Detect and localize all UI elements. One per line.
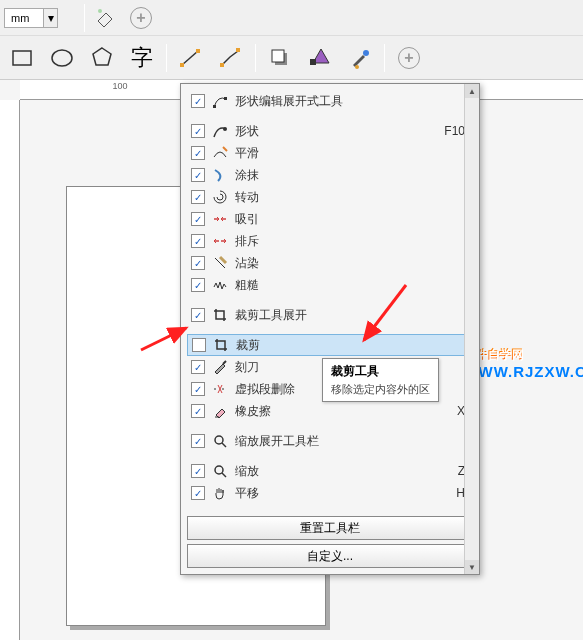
vseg-icon bbox=[211, 380, 229, 398]
watermark: 软件自学网 WWW.RJZXW.COM bbox=[463, 346, 583, 380]
checkbox[interactable]: ✓ bbox=[191, 94, 205, 108]
ellipse-tool-icon[interactable] bbox=[46, 42, 78, 74]
menu-item-crop-group[interactable]: ✓裁剪工具展开 bbox=[187, 304, 473, 326]
eyedropper-tool-icon[interactable] bbox=[344, 42, 376, 74]
rectangle-tool-icon[interactable] bbox=[6, 42, 38, 74]
checkbox[interactable]: ✓ bbox=[191, 124, 205, 138]
attract-icon bbox=[211, 210, 229, 228]
shape-edit-icon bbox=[211, 92, 229, 110]
roughen-icon bbox=[211, 276, 229, 294]
ruler-vertical bbox=[0, 100, 20, 640]
menu-item-twirl[interactable]: ✓转动 bbox=[187, 186, 473, 208]
menu-item-label: 涂抹 bbox=[235, 167, 469, 184]
menu-item-repel[interactable]: ✓排斥 bbox=[187, 230, 473, 252]
tooltip: 裁剪工具 移除选定内容外的区 bbox=[322, 358, 439, 402]
polygon-tool-icon[interactable] bbox=[86, 42, 118, 74]
add-tool-icon[interactable]: + bbox=[125, 2, 157, 34]
stain-icon bbox=[211, 254, 229, 272]
menu-separator bbox=[187, 326, 473, 334]
checkbox[interactable]: ✓ bbox=[191, 382, 205, 396]
svg-marker-3 bbox=[93, 48, 111, 65]
menu-item-crop[interactable]: 裁剪 bbox=[187, 334, 473, 356]
menu-item-zoom[interactable]: ✓缩放Z bbox=[187, 460, 473, 482]
smooth-icon bbox=[211, 144, 229, 162]
menu-item-label: 转动 bbox=[235, 189, 469, 206]
menu-item-label: 粗糙 bbox=[235, 277, 469, 294]
checkbox[interactable]: ✓ bbox=[191, 190, 205, 204]
menu-item-attract[interactable]: ✓吸引 bbox=[187, 208, 473, 230]
menu-item-label: 平移 bbox=[235, 485, 450, 502]
menu-item-eraser[interactable]: ✓橡皮擦X bbox=[187, 400, 473, 422]
scroll-thumb[interactable] bbox=[467, 104, 477, 154]
menu-item-shape-edit[interactable]: ✓形状编辑展开式工具 bbox=[187, 90, 473, 112]
svg-point-0 bbox=[98, 9, 102, 13]
menu-separator bbox=[187, 112, 473, 120]
checkbox[interactable]: ✓ bbox=[191, 404, 205, 418]
checkbox[interactable]: ✓ bbox=[191, 168, 205, 182]
svg-rect-15 bbox=[224, 97, 227, 100]
transparency-tool-icon[interactable] bbox=[304, 42, 336, 74]
svg-line-20 bbox=[364, 285, 406, 340]
svg-rect-11 bbox=[310, 59, 316, 65]
knife-icon bbox=[211, 358, 229, 376]
checkbox[interactable]: ✓ bbox=[191, 486, 205, 500]
shadow-tool-icon[interactable] bbox=[264, 42, 296, 74]
fill-tool-icon[interactable] bbox=[89, 2, 121, 34]
tooltip-description: 移除选定内容外的区 bbox=[331, 382, 430, 397]
svg-line-4 bbox=[182, 51, 198, 65]
svg-point-13 bbox=[355, 65, 359, 69]
menu-item-label: 裁剪 bbox=[236, 337, 468, 354]
menu-item-roughen[interactable]: ✓粗糙 bbox=[187, 274, 473, 296]
menu-item-smear[interactable]: ✓涂抹 bbox=[187, 164, 473, 186]
menu-item-smooth[interactable]: ✓平滑 bbox=[187, 142, 473, 164]
connector-tool-icon[interactable] bbox=[215, 42, 247, 74]
twirl-icon bbox=[211, 188, 229, 206]
menu-item-label: 缩放展开工具栏 bbox=[235, 433, 469, 450]
watermark-url: WWW.RJZXW.COM bbox=[463, 363, 583, 380]
svg-rect-8 bbox=[236, 48, 240, 52]
svg-rect-10 bbox=[272, 50, 284, 62]
unit-dropdown-arrow[interactable]: ▾ bbox=[44, 8, 58, 28]
menu-item-label: 吸引 bbox=[235, 211, 469, 228]
menu-item-shape[interactable]: ✓形状F10 bbox=[187, 120, 473, 142]
checkbox[interactable]: ✓ bbox=[191, 256, 205, 270]
menu-item-label: 缩放 bbox=[235, 463, 452, 480]
tooltip-title: 裁剪工具 bbox=[331, 363, 430, 380]
menu-item-zoom-group[interactable]: ✓缩放展开工具栏 bbox=[187, 430, 473, 452]
crop-icon bbox=[212, 336, 230, 354]
menu-item-label: 沾染 bbox=[235, 255, 469, 272]
text-tool-icon[interactable]: 字 bbox=[126, 42, 158, 74]
menu-item-label: 平滑 bbox=[235, 145, 469, 162]
menu-shortcut: F10 bbox=[444, 124, 465, 138]
svg-rect-7 bbox=[220, 63, 224, 67]
reset-toolbar-button[interactable]: 重置工具栏 bbox=[187, 516, 473, 540]
menu-item-label: 裁剪工具展开 bbox=[235, 307, 469, 324]
checkbox[interactable]: ✓ bbox=[191, 278, 205, 292]
checkbox[interactable]: ✓ bbox=[191, 212, 205, 226]
separator bbox=[166, 44, 167, 72]
watermark-title: 软件自学网 bbox=[463, 346, 583, 363]
menu-item-label: 排斥 bbox=[235, 233, 469, 250]
unit-select[interactable]: mm bbox=[4, 8, 44, 28]
svg-rect-5 bbox=[180, 63, 184, 67]
add-toolbar-icon[interactable]: + bbox=[393, 42, 425, 74]
scroll-down-arrow[interactable]: ▼ bbox=[465, 560, 479, 574]
checkbox[interactable]: ✓ bbox=[191, 234, 205, 248]
tool-customize-menu: ✓形状编辑展开式工具✓形状F10✓平滑✓涂抹✓转动✓吸引✓排斥✓沾染✓粗糙✓裁剪… bbox=[180, 83, 480, 575]
customize-button[interactable]: 自定义... bbox=[187, 544, 473, 568]
dimension-tool-icon[interactable] bbox=[175, 42, 207, 74]
checkbox[interactable]: ✓ bbox=[191, 146, 205, 160]
menu-item-pan[interactable]: ✓平移H bbox=[187, 482, 473, 504]
checkbox[interactable]: ✓ bbox=[191, 464, 205, 478]
checkbox[interactable]: ✓ bbox=[191, 434, 205, 448]
menu-separator bbox=[187, 452, 473, 460]
checkbox[interactable]: ✓ bbox=[191, 360, 205, 374]
separator bbox=[384, 44, 385, 72]
annotation-arrow-2 bbox=[356, 280, 416, 350]
annotation-arrow-1 bbox=[136, 318, 196, 358]
scroll-up-arrow[interactable]: ▲ bbox=[465, 84, 479, 98]
menu-scrollbar[interactable]: ▲ ▼ bbox=[464, 84, 479, 574]
svg-point-18 bbox=[215, 466, 223, 474]
svg-point-16 bbox=[223, 127, 227, 131]
menu-item-stain[interactable]: ✓沾染 bbox=[187, 252, 473, 274]
